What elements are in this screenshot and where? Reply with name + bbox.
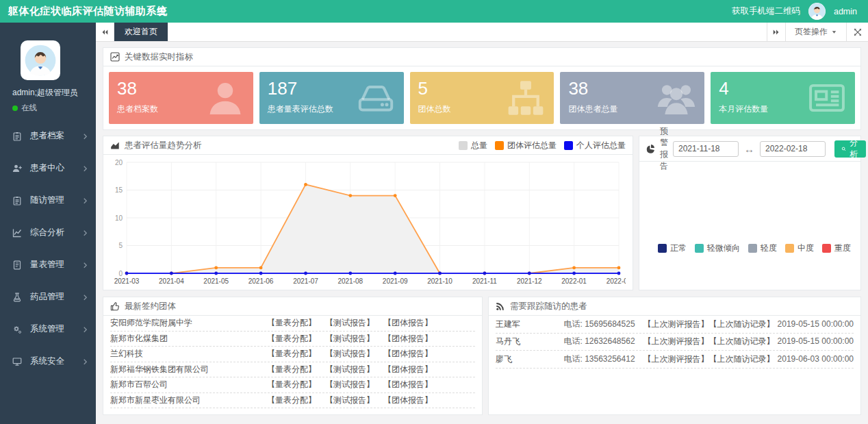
caret-down-icon <box>831 29 837 35</box>
test-report-link[interactable]: 【测试报告】 <box>325 379 374 390</box>
sidebar-menu: 患者档案患者中心随访管理综合分析量表管理药品管理系统管理系统安全 <box>0 120 96 377</box>
navbar-username[interactable]: admin <box>834 7 857 16</box>
scale-assign-link[interactable]: 【量表分配】 <box>267 333 316 345</box>
chevron-right-icon <box>83 293 88 301</box>
sidebar-item-label: 随访管理 <box>30 195 83 206</box>
sidebar-item-system-security[interactable]: 系统安全 <box>0 345 96 377</box>
svg-text:2021-07: 2021-07 <box>293 277 318 285</box>
test-report-link[interactable]: 【测试报告】 <box>325 395 374 406</box>
legend-label: 团体评估总量 <box>507 140 557 151</box>
group-report-link[interactable]: 【团体报告】 <box>383 364 433 375</box>
tab-welcome-home[interactable]: 欢迎首页 <box>114 23 168 41</box>
chevron-right-icon <box>83 197 88 204</box>
group-row-links: 【量表分配】【测试报告】【团体报告】 <box>267 364 433 375</box>
sidebar-item-scale-management[interactable]: 量表管理 <box>0 249 96 281</box>
last-visit-datetime: 2019-05-15 00:00:00 <box>778 319 854 329</box>
stat-card-3: 38团体患者总量 <box>560 72 704 124</box>
tab-operations-dropdown[interactable]: 页签操作 <box>785 23 846 41</box>
groups-panel-header: 最新签约团体 <box>103 297 482 316</box>
sidebar-item-patient-center[interactable]: 患者中心 <box>0 152 96 184</box>
sidebar-item-followup-management[interactable]: 随访管理 <box>0 184 96 216</box>
scale-assign-link[interactable]: 【量表分配】 <box>267 348 316 360</box>
scale-assign-link[interactable]: 【量表分配】 <box>267 379 316 390</box>
tab-scroll-left-button[interactable] <box>96 23 114 41</box>
legend-label: 个人评估总量 <box>576 140 626 151</box>
test-report-link[interactable]: 【测试报告】 <box>325 317 374 329</box>
newspaper-icon <box>807 78 847 118</box>
followup-file-icon <box>12 196 22 205</box>
legend-label: 中度 <box>797 242 814 254</box>
legend-label: 正常 <box>670 242 687 254</box>
scale-file-icon <box>12 260 22 270</box>
tab-bar: 欢迎首页 页签操作 <box>96 23 868 42</box>
trend-legend: 总量团体评估总量个人评估总量 <box>459 140 626 151</box>
sidebar: admin;超级管理员 在线 患者档案患者中心随访管理综合分析量表管理药品管理系… <box>0 23 96 424</box>
group-row-links: 【量表分配】【测试报告】【团体报告】 <box>267 395 433 406</box>
trend-chart-svg: 051015202021-032021-042021-052021-062021… <box>109 157 626 287</box>
analyze-button[interactable]: 分析 <box>834 140 866 158</box>
user-plus-icon <box>12 164 22 173</box>
warning-panel: 预警报告 ↔ 分析 正常轻微倾向轻度中度重度 <box>639 136 861 290</box>
date-from-input[interactable] <box>673 141 739 157</box>
group-report-link[interactable]: 【团体报告】 <box>383 395 433 406</box>
chart-line-icon <box>12 228 22 238</box>
online-status-dot-icon <box>12 105 18 111</box>
date-to-input[interactable] <box>760 141 826 157</box>
followups-panel: 需要跟踪随访的患者 王建军电话: 15695684525【上次测评报告】【上次随… <box>488 297 861 415</box>
user-avatar[interactable] <box>808 3 826 20</box>
group-row: 新郑市新星枣业有限公司【量表分配】【测试报告】【团体报告】 <box>110 393 475 409</box>
group-report-link[interactable]: 【团体报告】 <box>383 348 433 360</box>
sidebar-avatar[interactable] <box>21 40 60 80</box>
last-test-report-link[interactable]: 【上次测评报告】 <box>643 336 709 347</box>
cogs-icon <box>12 325 22 334</box>
svg-text:2022-02: 2022-02 <box>607 277 626 285</box>
group-report-link[interactable]: 【团体报告】 <box>383 317 433 329</box>
main-content: 关键数据实时指标 38患者档案数187患者量表评估总数5团体总数38团体患者总量… <box>96 42 868 424</box>
group-report-link[interactable]: 【团体报告】 <box>383 333 433 345</box>
get-mobile-qrcode-link[interactable]: 获取手机端二维码 <box>732 5 800 17</box>
warning-panel-body: 正常轻微倾向轻度中度重度 <box>639 162 860 290</box>
svg-text:2021-03: 2021-03 <box>114 277 140 285</box>
pie-chart-icon <box>646 144 655 153</box>
trend-panel-title: 患者评估量趋势分析 <box>125 140 202 151</box>
legend-item: 轻度 <box>748 242 777 254</box>
scale-assign-link[interactable]: 【量表分配】 <box>267 395 316 406</box>
group-row-links: 【量表分配】【测试报告】【团体报告】 <box>267 333 433 345</box>
last-visit-record-link[interactable]: 【上次随访记录】 <box>709 319 775 329</box>
trend-chart: 051015202021-032021-042021-052021-062021… <box>103 155 633 290</box>
chevron-right-icon <box>83 132 88 140</box>
hamburger-menu-icon[interactable] <box>156 6 167 17</box>
last-visit-datetime: 2019-05-15 00:00:00 <box>778 336 854 346</box>
test-report-link[interactable]: 【测试报告】 <box>325 348 374 360</box>
legend-swatch <box>748 244 757 253</box>
scale-assign-link[interactable]: 【量表分配】 <box>267 364 316 375</box>
flask-icon <box>12 292 22 302</box>
sidebar-item-medicine-management[interactable]: 药品管理 <box>0 281 96 313</box>
fullscreen-toggle-button[interactable] <box>846 23 868 41</box>
test-report-link[interactable]: 【测试报告】 <box>325 364 374 375</box>
last-test-report-link[interactable]: 【上次测评报告】 <box>643 319 709 330</box>
legend-item: 个人评估总量 <box>564 140 626 151</box>
rss-icon <box>496 301 505 311</box>
svg-text:2021-11: 2021-11 <box>472 277 497 285</box>
last-visit-record-link[interactable]: 【上次随访记录】 <box>709 354 775 364</box>
last-visit-cell: 【上次随访记录】2019-05-15 00:00:00 <box>709 336 854 347</box>
user-icon <box>205 78 245 118</box>
top-navbar: 躯体化症状临床评估随访辅助系统 获取手机端二维码 admin <box>0 0 868 23</box>
last-visit-record-link[interactable]: 【上次随访记录】 <box>709 336 775 346</box>
legend-swatch <box>822 244 831 253</box>
groups-panel: 最新签约团体 安阳师范学院附属中学【量表分配】【测试报告】【团体报告】新郑市化煤… <box>103 297 483 415</box>
scale-assign-link[interactable]: 【量表分配】 <box>267 317 316 329</box>
legend-label: 重度 <box>834 242 851 254</box>
tab-scroll-right-button[interactable] <box>767 23 785 41</box>
last-test-report-link[interactable]: 【上次测评报告】 <box>643 353 709 365</box>
group-report-link[interactable]: 【团体报告】 <box>383 379 433 390</box>
sidebar-item-system-management[interactable]: 系统管理 <box>0 313 96 345</box>
hdd-icon <box>356 78 396 118</box>
svg-text:20: 20 <box>115 159 123 166</box>
sidebar-item-patient-archive[interactable]: 患者档案 <box>0 120 96 152</box>
group-name: 新郑市百帮公司 <box>110 379 267 390</box>
followups-panel-title: 需要跟踪随访的患者 <box>510 301 587 312</box>
test-report-link[interactable]: 【测试报告】 <box>325 333 374 345</box>
sidebar-item-comprehensive-analysis[interactable]: 综合分析 <box>0 216 96 249</box>
